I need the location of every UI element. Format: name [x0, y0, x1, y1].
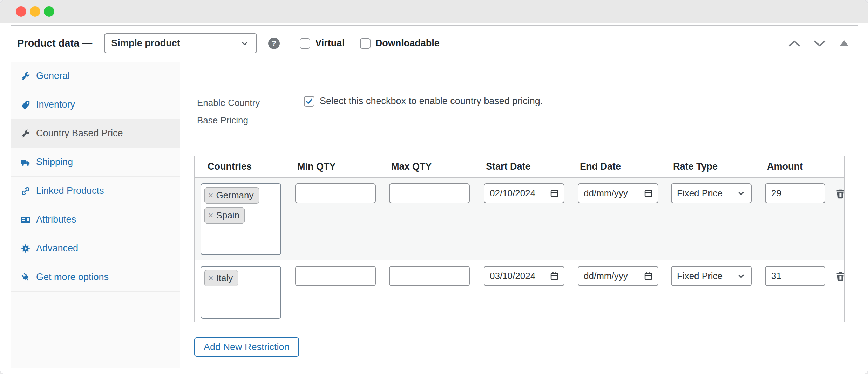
rate-type-select[interactable]: Fixed Price — [671, 183, 752, 203]
product-type-select[interactable]: Simple product — [104, 33, 257, 53]
close-window-button[interactable] — [16, 6, 26, 17]
country-tag: ×Germany — [204, 187, 259, 204]
country-tag: ×Italy — [204, 270, 238, 286]
sidebar-item-attributes[interactable]: Attributes — [11, 205, 180, 234]
date-value: 02/10/2024 — [490, 188, 535, 199]
calendar-icon — [644, 271, 653, 281]
checkbox-description: Select this checkbox to enable country b… — [320, 96, 543, 107]
gear-icon — [21, 244, 30, 253]
virtual-checkbox[interactable] — [300, 38, 310, 49]
delete-row-button[interactable] — [835, 271, 846, 283]
sidebar-item-general[interactable]: General — [11, 62, 180, 90]
max-qty-input[interactable] — [389, 266, 470, 286]
product-data-tabs: General Inventory Country Based Price Sh… — [11, 62, 180, 368]
sidebar-item-get-more-options[interactable]: Get more options — [11, 263, 180, 292]
start-date-input-cell: 02/10/2024 — [484, 183, 578, 255]
sidebar-item-country-based-price[interactable]: Country Based Price — [11, 119, 180, 148]
countries-cell: ×Germany×Spain — [195, 183, 295, 255]
sidebar-item-label: Advanced — [36, 243, 78, 254]
help-icon[interactable]: ? — [268, 38, 280, 49]
downloadable-checkbox-field[interactable]: Downloadable — [360, 38, 440, 49]
sidebar-item-label: Shipping — [36, 157, 73, 168]
trash-icon — [835, 271, 846, 282]
downloadable-checkbox[interactable] — [360, 38, 371, 49]
sidebar-item-label: Get more options — [36, 272, 109, 283]
restrictions-table: Countries Min QTY Max QTY Start Date End… — [194, 156, 845, 322]
delete-row-button[interactable] — [835, 188, 846, 200]
column-header: Min QTY — [295, 161, 389, 172]
restriction-rows: ×Germany×Spain02/10/2024dd/mm/yyyFixed P… — [195, 178, 844, 322]
metabox-actions — [788, 39, 849, 48]
enable-country-pricing-checkbox[interactable] — [304, 96, 314, 107]
min-qty-input-cell — [295, 183, 389, 255]
restriction-row: ×Germany×Spain02/10/2024dd/mm/yyyFixed P… — [195, 178, 844, 260]
country-based-price-panel: Enable Country Base Pricing Select this … — [180, 62, 858, 368]
metabox-header: Product data — Simple product ? Virtual … — [11, 26, 858, 61]
country-tag: ×Spain — [204, 207, 245, 224]
column-header: Amount — [765, 161, 832, 172]
field-label: Enable Country Base Pricing — [197, 94, 301, 129]
remove-country-icon[interactable]: × — [208, 274, 213, 283]
trash-icon — [835, 188, 846, 199]
header-divider — [290, 36, 290, 51]
date-value: dd/mm/yyy — [584, 271, 628, 281]
min-qty-input[interactable] — [295, 183, 376, 203]
max-qty-input-cell — [389, 183, 484, 255]
toggle-panel-button[interactable] — [838, 40, 849, 46]
virtual-checkbox-field[interactable]: Virtual — [300, 38, 345, 49]
min-qty-input[interactable] — [295, 266, 376, 286]
checkmark-icon — [305, 97, 313, 106]
sidebar-item-label: General — [36, 70, 70, 81]
zoom-window-button[interactable] — [44, 6, 54, 17]
countries-multiselect[interactable]: ×Germany×Spain — [201, 183, 281, 255]
delete-cell — [832, 266, 846, 319]
sidebar-item-shipping[interactable]: Shipping — [11, 148, 180, 177]
max-qty-input[interactable] — [389, 183, 470, 203]
wrench-icon — [21, 71, 30, 81]
remove-country-icon[interactable]: × — [208, 191, 213, 200]
add-new-restriction-button[interactable]: Add New Restriction — [194, 337, 299, 357]
sidebar-item-label: Inventory — [36, 99, 75, 110]
sidebar-item-linked-products[interactable]: Linked Products — [11, 177, 180, 205]
minimize-window-button[interactable] — [30, 6, 40, 17]
wrench-icon — [21, 129, 30, 138]
calendar-icon — [550, 189, 559, 198]
rate-type-value: Fixed Price — [677, 188, 723, 199]
country-tag-label: Spain — [216, 210, 240, 221]
countries-cell: ×Italy — [195, 266, 295, 319]
tag-icon — [21, 100, 30, 110]
sidebar-item-inventory[interactable]: Inventory — [11, 90, 180, 119]
max-qty-input-cell — [389, 266, 484, 319]
rate-type-cell: Fixed Price — [671, 266, 765, 319]
move-up-button[interactable] — [788, 39, 801, 48]
chevron-up-icon — [788, 39, 801, 48]
rate-type-cell: Fixed Price — [671, 183, 765, 255]
card-icon — [21, 215, 30, 225]
column-header: Countries — [195, 161, 295, 172]
end-date-input[interactable]: dd/mm/yyy — [578, 183, 658, 203]
start-date-input[interactable]: 03/10/2024 — [484, 266, 564, 286]
restriction-row: ×Italy03/10/2024dd/mm/yyyFixed Price — [195, 260, 844, 322]
calendar-icon — [644, 189, 653, 198]
calendar-icon — [550, 271, 559, 281]
date-value: dd/mm/yyy — [584, 188, 628, 199]
chevron-down-icon — [240, 39, 249, 48]
end-date-input-cell: dd/mm/yyy — [578, 266, 671, 319]
amount-input[interactable] — [765, 183, 825, 203]
country-tag-label: Italy — [216, 273, 233, 284]
date-value: 03/10/2024 — [490, 271, 535, 281]
chevron-down-icon — [737, 272, 745, 280]
countries-multiselect[interactable]: ×Italy — [201, 266, 281, 319]
rate-type-select[interactable]: Fixed Price — [671, 266, 752, 286]
truck-icon — [21, 157, 30, 167]
end-date-input[interactable]: dd/mm/yyy — [578, 266, 658, 286]
amount-input[interactable] — [765, 266, 825, 286]
remove-country-icon[interactable]: × — [208, 211, 213, 220]
column-header: End Date — [578, 161, 671, 172]
move-down-button[interactable] — [813, 39, 826, 48]
sidebar-item-advanced[interactable]: Advanced — [11, 234, 180, 263]
product-data-metabox: Product data — Simple product ? Virtual … — [11, 25, 858, 368]
column-header: Start Date — [484, 161, 578, 172]
start-date-input[interactable]: 02/10/2024 — [484, 183, 564, 203]
chevron-down-icon — [737, 189, 745, 198]
